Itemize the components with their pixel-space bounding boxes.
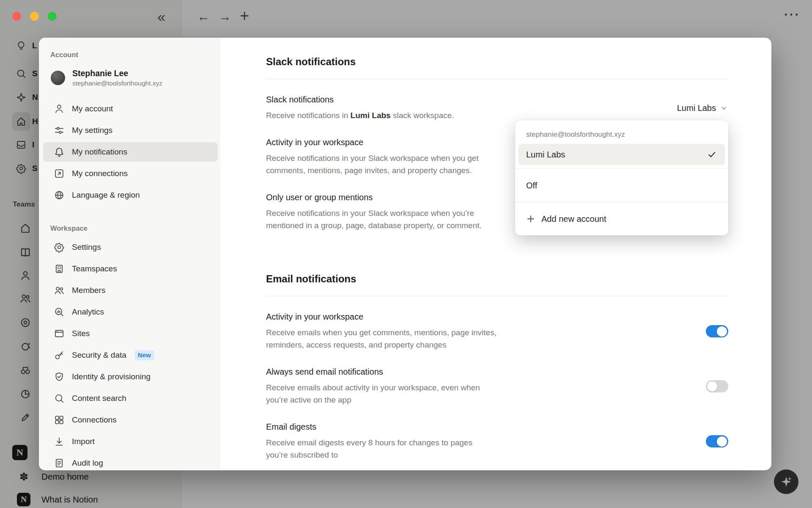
sidebar-item-analytics[interactable]: Analytics — [43, 302, 218, 322]
sidebar-item-teamspaces[interactable]: Teamspaces — [43, 259, 218, 279]
row-title: Slack notifications — [266, 94, 454, 105]
sidebar-item-my-connections[interactable]: My connections — [43, 164, 218, 183]
slack-workspace-select[interactable]: Lumi Labs — [676, 103, 728, 113]
sidebar-item-sites[interactable]: Sites — [43, 324, 218, 343]
document-icon — [54, 458, 65, 469]
email-digests-row: Email digests Receive email digests ever… — [266, 422, 728, 461]
settings-sidebar: Account Stephanie Lee stephanie@toolsfor… — [39, 38, 220, 470]
email-activity-toggle[interactable] — [706, 325, 728, 337]
chevron-down-icon — [720, 105, 727, 112]
menu-item-lumi-labs[interactable]: Lumi Labs — [518, 144, 725, 165]
sidebar-item-my-settings[interactable]: My settings — [43, 121, 218, 140]
always-send-email-toggle[interactable] — [706, 380, 728, 392]
row-title: Activity in your workspace — [266, 137, 479, 148]
toggle-knob — [707, 381, 717, 392]
user-avatar — [51, 71, 65, 85]
window-controls — [12, 12, 57, 21]
toggle-knob — [717, 326, 727, 337]
sidebar-item-import[interactable]: Import — [43, 432, 218, 451]
zoom-window-button[interactable] — [48, 12, 57, 21]
sidebar-item-my-notifications[interactable]: My notifications — [43, 142, 218, 162]
sliders-icon — [54, 125, 65, 136]
slack-workspace-row: Slack notifications Receive notification… — [266, 94, 728, 122]
email-activity-row: Activity in your workspace Receive email… — [266, 312, 728, 351]
row-description: Receive notifications in Lumi Labs slack… — [266, 109, 454, 122]
import-icon — [54, 436, 65, 447]
grid-icon — [54, 414, 65, 425]
menu-account-header: stephanie@toolsforthought.xyz — [518, 124, 725, 144]
globe-icon — [54, 190, 65, 201]
sidebar-item-connections[interactable]: Connections — [43, 410, 218, 430]
row-description: Receive notifications in your Slack work… — [266, 152, 479, 177]
key-icon — [54, 350, 65, 361]
settings-content: Slack notifications Slack notifications … — [220, 38, 771, 470]
settings-modal: Account Stephanie Lee stephanie@toolsfor… — [39, 38, 771, 470]
person-icon — [54, 103, 65, 114]
user-name: Stephanie Lee — [72, 68, 162, 78]
chart-magnifier-icon — [54, 306, 65, 318]
browser-icon — [54, 328, 65, 339]
slack-section-heading: Slack notifications — [266, 55, 728, 79]
row-description: Receive emails when you get comments, me… — [266, 326, 497, 351]
row-description: Receive notifications in your Slack work… — [266, 207, 482, 232]
email-digests-toggle[interactable] — [706, 435, 728, 447]
check-icon — [707, 150, 716, 159]
row-title: Activity in your workspace — [266, 312, 497, 322]
notion-window: L S N H I S Teams N — [0, 0, 812, 508]
workspace-section-label: Workspace — [50, 224, 220, 232]
sidebar-item-language-region[interactable]: Language & region — [43, 185, 218, 205]
plus-icon — [526, 214, 535, 224]
sidebar-item-my-account[interactable]: My account — [43, 99, 218, 119]
minimize-window-button[interactable] — [30, 12, 39, 21]
account-section-label: Account — [50, 50, 220, 59]
toggle-knob — [717, 436, 727, 447]
people-icon — [54, 285, 65, 296]
new-badge: New — [134, 350, 154, 360]
menu-item-off[interactable]: Off — [518, 173, 725, 198]
sidebar-item-audit-log[interactable]: Audit log — [43, 453, 218, 470]
slack-account-menu: stephanie@toolsforthought.xyz Lumi Labs … — [515, 120, 728, 235]
row-description: Receive emails about activity in your wo… — [266, 381, 480, 406]
bell-icon — [54, 146, 65, 157]
close-window-button[interactable] — [12, 12, 21, 21]
search-icon — [54, 393, 65, 404]
row-title: Email digests — [266, 422, 472, 432]
row-title: Always send email notifications — [266, 367, 480, 377]
building-icon — [54, 263, 65, 274]
shield-check-icon — [54, 371, 65, 382]
sidebar-item-members[interactable]: Members — [43, 281, 218, 300]
always-send-email-row: Always send email notifications Receive … — [266, 367, 728, 406]
sidebar-item-settings[interactable]: Settings — [43, 237, 218, 257]
sidebar-item-identity-provisioning[interactable]: Identity & provisioning — [43, 367, 218, 387]
gear-icon — [54, 242, 65, 253]
account-user-row: Stephanie Lee stephanie@toolsforthought.… — [51, 68, 220, 87]
user-email: stephanie@toolsforthought.xyz — [72, 79, 162, 87]
menu-item-add-account[interactable]: Add new account — [518, 207, 725, 231]
arrow-box-icon — [54, 168, 65, 179]
sidebar-item-content-search[interactable]: Content search — [43, 389, 218, 408]
sidebar-item-security-data[interactable]: Security & data New — [43, 345, 218, 365]
row-title: Only user or group mentions — [266, 192, 482, 203]
row-description: Receive email digests every 8 hours for … — [266, 436, 472, 461]
email-section-heading: Email notifications — [266, 273, 728, 296]
